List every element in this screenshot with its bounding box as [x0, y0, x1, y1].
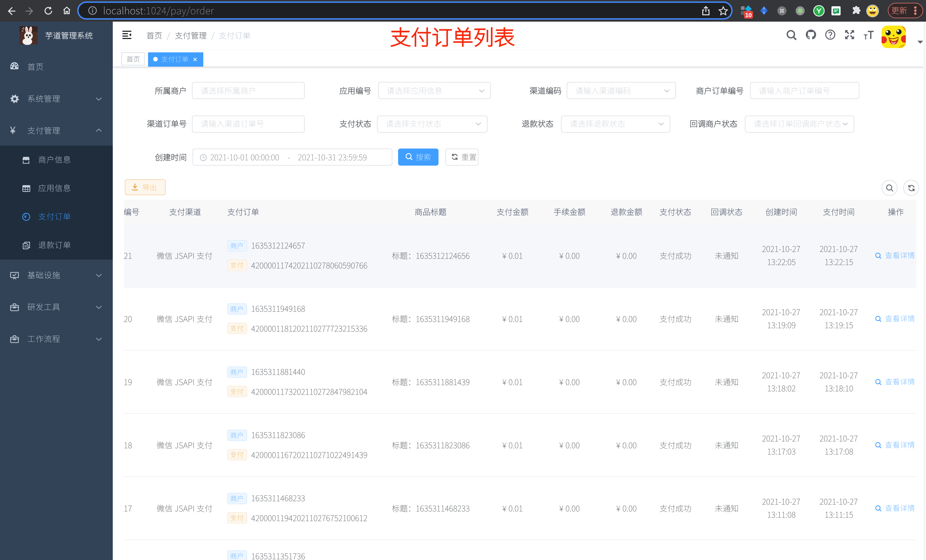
svg-text:10: 10	[745, 12, 752, 18]
